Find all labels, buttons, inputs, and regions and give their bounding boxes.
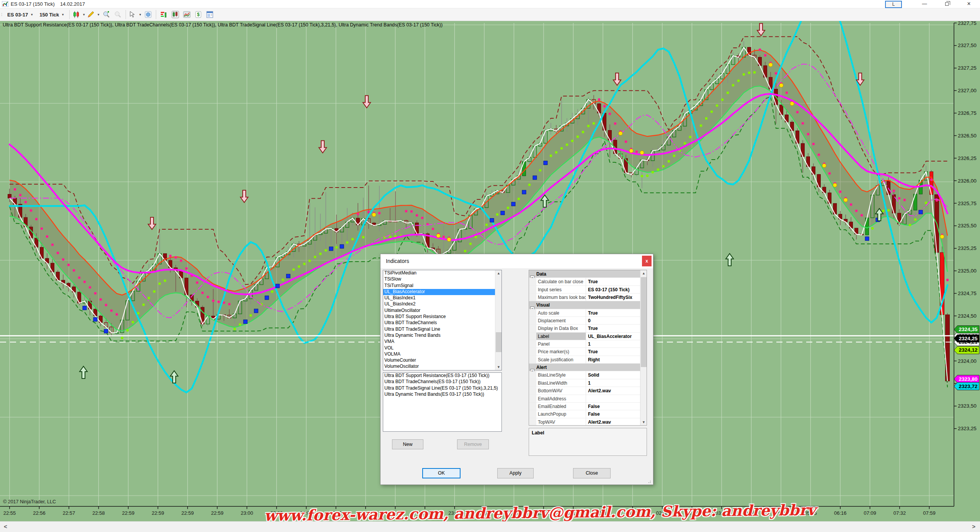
chart-style-button[interactable]: ▼ [72, 9, 86, 20]
property-row[interactable]: EmailAddress [529, 395, 647, 403]
property-group-row[interactable]: −Data [529, 270, 647, 278]
scrollbar-thumb[interactable] [496, 332, 501, 352]
configured-indicator-item[interactable]: Ultra BDT TradeChannels(ES 03-17 (150 Ti… [383, 379, 501, 385]
scroll-left-icon[interactable]: < [4, 523, 7, 530]
property-value[interactable]: UL_BiasAccelerator [586, 333, 647, 340]
indicator-list-item[interactable]: UL_BiasIndex2 [383, 301, 495, 307]
toolbar-grip[interactable]: ⁞ [1, 12, 2, 17]
market-depth-button[interactable] [158, 9, 170, 20]
property-row[interactable]: Display in Data BoxTrue [529, 325, 647, 332]
link-button[interactable]: L [885, 1, 902, 8]
panel-window-button[interactable] [204, 9, 216, 20]
property-value[interactable] [586, 395, 647, 402]
drawing-tools-button[interactable]: ▼ [86, 9, 101, 20]
indicator-list-item[interactable]: VOLMA [383, 351, 495, 357]
property-row[interactable]: Calculate on bar closeTrue [529, 278, 647, 286]
indicator-list-item[interactable]: VolumeCounter [383, 357, 495, 364]
indicator-list-item[interactable]: UL_BiasIndex1 [383, 295, 495, 301]
property-row[interactable]: LaunchPopupFalse [529, 410, 647, 418]
property-row[interactable]: Auto scaleTrue [529, 309, 647, 317]
property-value[interactable]: TwoHundredFiftySix [586, 294, 647, 301]
dialog-title-bar[interactable]: Indicators x [381, 254, 653, 268]
property-row[interactable]: Price marker(s)True [529, 348, 647, 356]
indicator-list-item[interactable]: TSiSlow [383, 276, 495, 282]
instrument-selector[interactable]: ES 03-17 ▼ [4, 10, 36, 20]
available-indicators-list[interactable]: TSiPivotMedianTSiSlowTSiTurnSignalUL_Bia… [383, 270, 502, 370]
property-row[interactable]: Maximum bars look backTwoHundredFiftySix [529, 294, 647, 301]
indicator-list-item[interactable]: UL_BiasAccelerator [383, 289, 495, 295]
property-value[interactable]: 1 [586, 340, 647, 348]
property-row[interactable]: Scale justificationRight [529, 356, 647, 364]
maximize-icon [945, 2, 949, 6]
scrollbar-thumb[interactable] [641, 277, 647, 367]
indicator-list-item[interactable]: UltimateOscillator [383, 308, 495, 314]
new-button[interactable]: New [392, 439, 423, 449]
property-value[interactable]: True [586, 325, 647, 332]
property-row[interactable]: BottomWAVAlert2.wav [529, 387, 647, 395]
property-value[interactable]: True [586, 309, 647, 317]
configured-indicator-item[interactable]: Ultra BDT TradeSignal Line(ES 03-17 (150… [383, 385, 501, 392]
property-value[interactable]: Alert2.wav [586, 418, 647, 426]
indicator-list-item[interactable]: Ultra BDT TradeSignal Line [383, 326, 495, 333]
scroll-up-icon[interactable]: ▲ [640, 270, 647, 276]
property-row[interactable]: LabelUL_BiasAccelerator [529, 333, 647, 340]
property-row[interactable]: EmailEnabledFalse [529, 403, 647, 410]
property-value[interactable]: True [586, 278, 647, 285]
property-row[interactable]: TopWAVAlert2.wav [529, 418, 647, 426]
maximize-button[interactable] [936, 0, 958, 8]
configured-indicators-list[interactable]: Ultra BDT Support Resistance(ES 03-17 (1… [383, 372, 502, 432]
zoom-in-button[interactable] [101, 9, 112, 20]
scroll-up-icon[interactable]: ▲ [495, 270, 502, 276]
scroll-down-icon[interactable]: ▼ [495, 364, 502, 370]
apply-button[interactable]: Apply [497, 468, 534, 478]
property-group-row[interactable]: −Visual [529, 301, 647, 309]
scroll-right-icon[interactable]: > [972, 523, 975, 530]
available-list-scrollbar[interactable]: ▲ ▼ [495, 270, 501, 370]
property-value[interactable]: 0 [586, 317, 647, 324]
property-row[interactable]: Input seriesES 03-17 (150 Tick) [529, 286, 647, 294]
chart-trader-button[interactable] [170, 9, 181, 20]
configured-indicator-item[interactable]: Ultra BDT Support Resistance(ES 03-17 (1… [383, 373, 501, 379]
property-row[interactable]: Displacement0 [529, 317, 647, 325]
close-button[interactable]: × [958, 0, 980, 8]
property-value[interactable]: ES 03-17 (150 Tick) [586, 286, 647, 293]
property-row[interactable]: BiasLineStyleSolid [529, 371, 647, 379]
property-grid-scrollbar[interactable]: ▲ ▼ [640, 270, 647, 425]
indicator-list-item[interactable]: TSiPivotMedian [383, 270, 495, 276]
indicator-list-item[interactable]: Ultra BDT TradeChannels [383, 320, 495, 326]
data-box-button[interactable] [142, 9, 154, 20]
scroll-down-icon[interactable]: ▼ [640, 419, 647, 425]
line-chart-button[interactable] [181, 9, 193, 20]
interval-selector[interactable]: 150 Tick ▼ [36, 10, 67, 20]
dialog-close-button[interactable]: x [642, 256, 652, 266]
property-row[interactable]: BiasLineWidth1 [529, 379, 647, 387]
horizontal-scrollbar[interactable]: < > [0, 521, 980, 532]
zoom-out-button[interactable] [112, 9, 124, 20]
property-value[interactable]: 1 [586, 379, 647, 387]
indicator-list-item[interactable]: Ultra Dynamic Trend Bands [383, 333, 495, 339]
indicator-list-item[interactable]: VOL [383, 345, 495, 351]
property-value[interactable]: True [586, 348, 647, 355]
configured-indicator-item[interactable]: Ultra Dynamic Trend Bands(ES 03-17 (150 … [383, 392, 501, 398]
indicator-list-item[interactable]: TSiTurnSignal [383, 283, 495, 289]
property-value[interactable]: False [586, 403, 647, 410]
property-value[interactable]: Alert2.wav [586, 387, 647, 394]
indicator-list-item[interactable]: Ultra BDT Support Resistance [383, 314, 495, 320]
property-value[interactable]: Solid [586, 371, 647, 379]
minimize-button[interactable]: — [913, 0, 936, 8]
window-title-date: 14.02.2017 [60, 1, 85, 7]
chart-panel[interactable]: 2327,752327,502327,252327,002326,752326,… [0, 21, 980, 521]
dialog-resize-grip[interactable] [648, 480, 652, 483]
ok-button[interactable]: OK [422, 468, 461, 478]
property-row[interactable]: Panel1 [529, 340, 647, 348]
property-grid[interactable]: −DataCalculate on bar closeTrueInput ser… [529, 270, 647, 426]
close-dialog-button[interactable]: Close [573, 468, 611, 478]
property-group-row[interactable]: −Alert [529, 364, 647, 371]
property-value[interactable]: Right [586, 356, 647, 363]
indicator-list-item[interactable]: VolumeOscillator [383, 364, 495, 370]
indicator-list-item[interactable]: VMA [383, 339, 495, 345]
property-value[interactable]: False [586, 410, 647, 418]
remove-button[interactable]: Remove [457, 439, 489, 449]
account-dollar-button[interactable]: $ [193, 9, 204, 20]
cursor-button[interactable]: ▼ [128, 9, 142, 20]
